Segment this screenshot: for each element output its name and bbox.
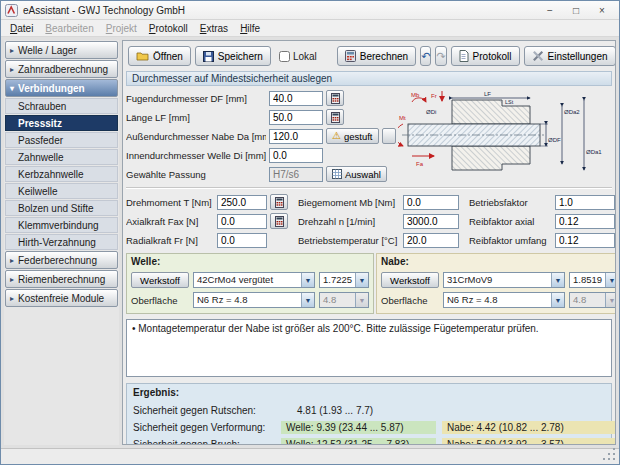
local-checkbox-group[interactable]: Lokal [275,51,321,62]
welle-material-select[interactable]: 42CrMo4 vergütet ▼ [193,272,315,288]
protocol-button[interactable]: Protokoll [451,46,520,66]
menu-protokoll[interactable]: Protokoll [143,22,194,35]
minimize-button[interactable]: − [537,2,563,19]
aussendurchmesser-input[interactable] [269,129,323,144]
drehzahl-label: Drehzahl n [1/min] [298,216,400,227]
reibfaktor-umfang-input[interactable] [555,233,615,248]
settings-button[interactable]: Einstellungen [524,46,616,66]
reibfaktor-axial-input[interactable] [555,214,615,229]
open-button[interactable]: Öffnen [128,46,191,66]
sidebar-item-label: Schrauben [18,101,66,112]
sidebar-item-keilwelle[interactable]: Keilwelle [5,183,118,199]
nabe-number-select[interactable]: 1.8519 ▼ [569,272,616,288]
redo-button[interactable]: ↷ [435,46,446,66]
field-row: Axialkraft Fax [N] [126,213,288,229]
resize-grip[interactable] [613,458,615,460]
calc-button[interactable] [326,90,344,106]
folder-icon [136,51,149,61]
passung-input[interactable] [269,167,323,182]
menu-datei[interactable]: Datei [4,22,39,35]
sidebar-item-zahnradberechnung[interactable]: ▸ Zahnradberechnung [5,60,118,78]
loads-section: Drehmoment T [Nm] Axialkraft Fax [N] Rad… [126,194,612,251]
undo-button[interactable]: ↶ [420,46,431,66]
sidebar-item-presssitz[interactable]: Presssitz [5,115,118,131]
nabe-werkstoff-row: Werkstoff 31CrMoV9 ▼ 1.8519 ▼ [381,271,616,289]
sidebar-item-kerbzahnwelle[interactable]: Kerbzahnwelle [5,166,118,182]
field-row: Fugendurchmesser DF [mm] [126,90,398,106]
sidebar-item-bolzen-stifte[interactable]: Bolzen und Stifte [5,200,118,216]
menu-extras[interactable]: Extras [194,22,234,35]
diagram-label-fa: Fa [416,161,424,167]
gestuft-button[interactable]: ⚠ gestuft [326,128,379,144]
betriebsfaktor-input[interactable] [555,195,615,210]
calc-button[interactable] [270,194,288,210]
sidebar-group-label: Verbindungen [18,83,85,94]
nabe-material-select[interactable]: 31CrMoV9 ▼ [443,272,565,288]
biegemoment-input[interactable] [403,195,459,210]
welle-number-select[interactable]: 1.7225 ▼ [319,272,369,288]
laenge-input[interactable] [269,110,323,125]
calculator-icon [331,93,340,104]
diagram-label-da2: ØDa2 [564,109,580,115]
welle-number-value: 1.7225 [320,273,355,287]
sidebar-item-welle-lager[interactable]: ▸ Welle / Lager [5,41,118,59]
sidebar-item-zahnwelle[interactable]: Zahnwelle [5,149,118,165]
axialkraft-label: Axialkraft Fax [N] [126,216,214,227]
sidebar-group-verbindungen[interactable]: ▾ Verbindungen [5,79,118,97]
fugendurchmesser-input[interactable] [269,91,323,106]
save-button[interactable]: Speichern [195,46,271,66]
nabe-oberflaeche-row: Oberfläche N6 Rz = 4.8 ▼ 4.8 ▼ [381,291,616,309]
welle-werkstoff-button[interactable]: Werkstoff [131,272,189,288]
drehmoment-input[interactable] [217,195,267,210]
result-label: Sicherheit gegen Rutschen: [133,405,281,416]
welle-surface-select[interactable]: N6 Rz = 4.8 ▼ [193,292,315,308]
sidebar-item-schrauben[interactable]: Schrauben [5,98,118,114]
nabe-werkstoff-button[interactable]: Werkstoff [381,272,439,288]
field-row: Innendurchmesser Welle Di [mm] [126,147,398,163]
laenge-label: Länge LF [mm] [126,112,266,123]
axialkraft-input[interactable] [217,214,267,229]
auswahl-button[interactable]: Auswahl [326,166,387,182]
loads-col2: Biegemoment Mb [Nm] Drehzahl n [1/min] B… [298,194,459,251]
app-icon [5,4,18,17]
menu-hilfe[interactable]: Hilfe [234,22,266,35]
biegemoment-label: Biegemoment Mb [Nm] [298,197,400,208]
result-row: Sicherheit gegen Rutschen: 4.81 (1.93 ..… [133,402,605,418]
calc-button[interactable] [270,213,288,229]
local-checkbox[interactable] [279,51,290,62]
save-label: Speichern [218,51,263,62]
calculator-icon [275,197,284,208]
calculate-button[interactable]: Berechnen [337,46,416,66]
sidebar-item-hirth-verzahnung[interactable]: Hirth-Verzahnung [5,234,118,250]
nabe-surface-select[interactable]: N6 Rz = 4.8 ▼ [443,292,565,308]
da-more-button[interactable] [382,128,396,144]
betriebstemperatur-input[interactable] [403,233,459,248]
welle-title: Welle: [131,256,369,269]
result-row: Sicherheit gegen Bruch: Welle: 12.52 (31… [133,436,605,445]
drehmoment-label: Drehmoment T [Nm] [126,197,214,208]
field-row: Außendurchmesser Nabe Da [mm] ⚠ gestuft [126,128,398,144]
undo-icon: ↶ [421,51,430,62]
drehzahl-input[interactable] [403,214,459,229]
sidebar-item-label: Presssitz [18,118,62,129]
innendurchmesser-input[interactable] [269,148,323,163]
sidebar-item-kostenfreie-module[interactable]: ▸ Kostenfreie Module [5,289,118,307]
nabe-title: Nabe: [381,256,616,269]
betriebsfaktor-label: Betriebsfaktor [469,197,552,208]
calc-button[interactable] [326,109,344,125]
field-row: Biegemoment Mb [Nm] [298,194,459,210]
calculator-icon [345,50,356,62]
nabe-number-value: 1.8519 [570,273,605,287]
radialkraft-input[interactable] [217,233,267,248]
close-button[interactable]: × [589,2,615,19]
sidebar-item-passfeder[interactable]: Passfeder [5,132,118,148]
field-row: Reibfaktor umfang [469,232,615,248]
sidebar-item-federberechnung[interactable]: ▸ Federberechnung [5,251,118,269]
welle-oberflaeche-label: Oberfläche [131,295,189,306]
sidebar-item-riemenberechnung[interactable]: ▸ Riemenberechnung [5,270,118,288]
diagram-label-mb: Mb [411,92,420,98]
gestuft-label: gestuft [344,131,373,142]
welle-roughness-value: 4.8 [320,293,355,307]
sidebar-item-klemmverbindung[interactable]: Klemmverbindung [5,217,118,233]
maximize-button[interactable]: □ [563,2,589,19]
